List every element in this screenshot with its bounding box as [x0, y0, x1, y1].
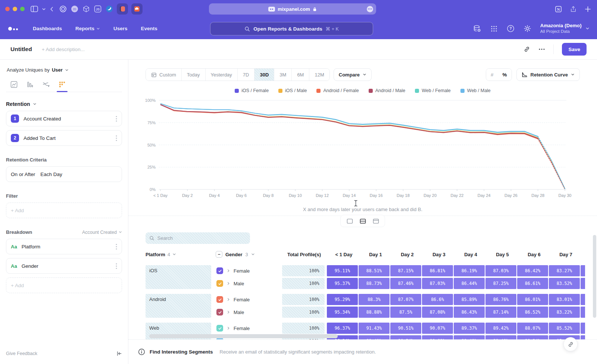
range-12m[interactable]: 12M — [309, 69, 329, 81]
day-column-1-day[interactable]: < 1 Day — [328, 252, 359, 257]
sidebar-toggle-icon[interactable] — [31, 6, 38, 12]
nav-item-reports[interactable]: Reports — [75, 26, 100, 31]
chevron-right-icon[interactable] — [226, 310, 230, 314]
day-column-day-3[interactable]: Day 3 — [423, 252, 454, 257]
kebab-menu-icon[interactable] — [116, 263, 117, 269]
criteria-on-or-after[interactable]: On or After — [11, 172, 35, 177]
tab-funnels[interactable] — [22, 79, 38, 92]
range-6m[interactable]: 6M — [291, 69, 309, 81]
pinned-extension-soundcloud[interactable] — [131, 3, 143, 15]
kebab-menu-icon[interactable] — [116, 116, 117, 122]
nav-item-dashboards[interactable]: Dashboards — [33, 26, 62, 31]
vertical-scrollbar[interactable] — [593, 235, 596, 318]
m-extension-icon[interactable]: m — [71, 5, 79, 13]
global-search-button[interactable]: Open Reports & Dashboards ⌘ + K — [210, 22, 373, 35]
apps-grid-icon[interactable] — [490, 25, 498, 32]
total-profiles-column-header[interactable]: Total Profile(s) — [284, 252, 326, 257]
settings-gear-icon[interactable] — [523, 25, 531, 32]
table-search-input[interactable] — [157, 235, 246, 241]
day-column-day-7[interactable]: Day 7 — [550, 252, 581, 257]
chevron-down-icon[interactable] — [42, 7, 46, 11]
back-icon[interactable] — [50, 6, 54, 12]
row-checkbox[interactable] — [216, 267, 223, 274]
row-checkbox[interactable] — [216, 325, 223, 332]
legend-item-ios-female[interactable]: iOS / Female — [235, 88, 269, 93]
site-options-button[interactable] — [367, 6, 373, 12]
retention-step-account-created[interactable]: 1Account Created — [6, 111, 122, 126]
day-column-day-2[interactable]: Day 2 — [392, 252, 423, 257]
collapse-sidebar-icon[interactable] — [116, 351, 122, 356]
kebab-menu-icon[interactable] — [116, 135, 117, 141]
range-3m[interactable]: 3M — [274, 69, 291, 81]
breakdown-gender[interactable]: AaGender — [6, 258, 122, 274]
add-filter-button[interactable]: + Add — [6, 203, 122, 218]
horizontal-scrollbar[interactable] — [149, 334, 338, 338]
address-bar[interactable]: mixpanel.com — [209, 3, 376, 15]
report-title[interactable]: Untitled — [10, 46, 32, 53]
chart-view-selector[interactable]: Retention Curve — [516, 68, 580, 81]
tab-insights[interactable] — [6, 79, 22, 92]
save-button[interactable]: Save — [562, 43, 587, 56]
kebab-menu-icon[interactable] — [116, 244, 117, 250]
minimize-window-button[interactable] — [13, 7, 17, 11]
pinned-extension-red[interactable] — [117, 3, 128, 15]
day-column-day-1[interactable]: Day 1 — [360, 252, 391, 257]
retention-criteria-card[interactable]: On or After Each Day — [6, 166, 122, 182]
range-7d[interactable]: 7D — [237, 69, 254, 81]
percent-toggle[interactable]: % — [498, 69, 512, 81]
layout-chart-only-button[interactable] — [344, 216, 356, 226]
day-column-day-6[interactable]: Day 6 — [519, 252, 550, 257]
range-30d[interactable]: 30D — [254, 69, 274, 81]
layout-split-view-button[interactable] — [357, 216, 369, 226]
row-checkbox[interactable] — [216, 280, 223, 287]
chevron-right-icon[interactable] — [226, 282, 230, 285]
bird-extension-icon[interactable] — [105, 5, 113, 13]
mixpanel-logo[interactable] — [8, 27, 18, 31]
find-segments-title[interactable]: Find Interesting Segments — [150, 349, 213, 355]
tab-retention[interactable] — [54, 79, 70, 92]
range-today[interactable]: Today — [181, 69, 205, 81]
criteria-each-day[interactable]: Each Day — [40, 172, 62, 177]
analyze-value[interactable]: User — [52, 67, 63, 73]
legend-item-web-female[interactable]: Web / Female — [415, 88, 451, 93]
row-checkbox[interactable] — [216, 296, 223, 303]
absolute-numbers-toggle[interactable]: # — [486, 69, 498, 81]
add-breakdown-button[interactable]: + Add — [6, 277, 122, 293]
range-custom[interactable]: Custom — [146, 69, 181, 81]
nav-item-events[interactable]: Events — [141, 26, 157, 31]
compare-button[interactable]: Compare — [334, 68, 372, 81]
tab-flows[interactable] — [38, 79, 54, 91]
share-link-floating-button[interactable] — [563, 337, 578, 351]
more-options-icon[interactable] — [538, 48, 545, 50]
nav-item-users[interactable]: Users — [113, 26, 128, 31]
day-column-day-5[interactable]: Day 5 — [487, 252, 518, 257]
row-checkbox[interactable] — [216, 309, 223, 316]
chevron-right-icon[interactable] — [226, 298, 230, 301]
chevron-right-icon[interactable] — [226, 326, 230, 330]
cube-extension-icon[interactable] — [82, 5, 90, 13]
select-all-checkbox[interactable]: − — [216, 251, 222, 258]
share-icon[interactable] — [570, 6, 576, 13]
legend-item-android-male[interactable]: Android / Male — [369, 88, 406, 93]
js-extension-icon[interactable]: JS — [94, 5, 102, 13]
chevron-right-icon[interactable] — [226, 269, 230, 273]
layout-table-only-button[interactable] — [370, 216, 382, 226]
retention-section-label[interactable]: Retention — [6, 101, 30, 107]
org-switcher[interactable]: Amazonia {Demo} All Project Data — [540, 23, 590, 34]
legend-item-android-female[interactable]: Android / Female — [316, 88, 359, 93]
help-icon[interactable]: ? — [507, 25, 515, 32]
range-yesterday[interactable]: Yesterday — [205, 69, 237, 81]
zoom-window-button[interactable] — [20, 7, 25, 11]
legend-item-web-male[interactable]: Web / Male — [460, 88, 491, 93]
data-management-icon[interactable] — [473, 25, 481, 33]
breakdown-event-selector[interactable]: Account Created — [82, 230, 122, 235]
day-column-day-4[interactable]: Day 4 — [455, 252, 486, 257]
copy-link-icon[interactable] — [523, 46, 530, 53]
table-search[interactable] — [146, 232, 250, 244]
close-window-button[interactable] — [5, 7, 10, 11]
add-description[interactable]: + Add description... — [42, 47, 85, 52]
gender-column-header[interactable]: − Gender 3 — [216, 251, 284, 258]
breakdown-platform[interactable]: AaPlatform — [6, 239, 122, 254]
retention-line-chart[interactable] — [159, 97, 566, 191]
target-extension-icon[interactable] — [59, 5, 67, 13]
